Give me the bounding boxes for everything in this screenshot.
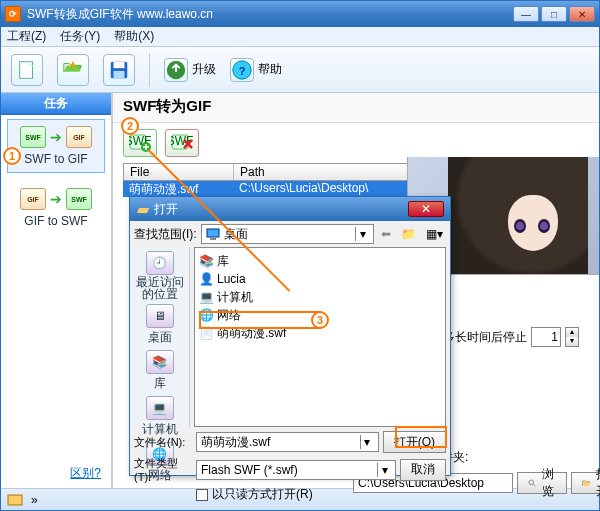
item-libs[interactable]: 📚库 bbox=[199, 252, 441, 270]
app-icon: ⟳ bbox=[5, 6, 21, 22]
lookin-label: 查找范围(I): bbox=[134, 226, 197, 243]
svg-rect-14 bbox=[207, 229, 219, 237]
swf-icon: SWF bbox=[20, 126, 46, 148]
swf-icon: SWF bbox=[66, 188, 92, 210]
svg-rect-3 bbox=[114, 70, 125, 77]
status-sep: » bbox=[31, 493, 38, 507]
gif-icon: GIF bbox=[66, 126, 92, 148]
readonly-label: 以只读方式打开(R) bbox=[212, 486, 313, 503]
nav-back-icon[interactable]: ⬅ bbox=[378, 227, 394, 241]
menu-help[interactable]: 帮助(X) bbox=[114, 28, 154, 45]
dropdown-icon: ▾ bbox=[355, 227, 369, 241]
svg-rect-15 bbox=[210, 238, 216, 240]
task-label: SWF to GIF bbox=[12, 152, 100, 166]
lookin-row: 查找范围(I): 桌面 ▾ ⬅ 📁 ▦▾ bbox=[130, 221, 450, 247]
maximize-button[interactable]: □ bbox=[541, 6, 567, 22]
filetype-combo[interactable]: Flash SWF (*.swf)▾ bbox=[196, 460, 396, 480]
titlebar: ⟳ SWF转换成GIF软件 www.leawo.cn — □ ✕ bbox=[1, 1, 599, 27]
dialog-footer: 文件名(N): 萌萌动漫.swf▾ 打开(O) 文件类型(T): Flash S… bbox=[130, 427, 450, 507]
window-title: SWF转换成GIF软件 www.leawo.cn bbox=[27, 6, 511, 23]
stop-value[interactable]: 1 bbox=[531, 327, 561, 347]
dialog-close-button[interactable]: ✕ bbox=[408, 201, 444, 217]
close-button[interactable]: ✕ bbox=[569, 6, 595, 22]
place-recent[interactable]: 🕘最近访问的位置 bbox=[130, 251, 189, 300]
help-button[interactable]: ?帮助 bbox=[230, 58, 282, 82]
help-label: 帮助 bbox=[258, 61, 282, 78]
save-button[interactable] bbox=[103, 54, 135, 86]
lookin-combo[interactable]: 桌面 ▾ bbox=[201, 224, 374, 244]
svg-rect-13 bbox=[8, 495, 22, 505]
item-lucia[interactable]: 👤Lucia bbox=[199, 270, 441, 288]
open-output-button[interactable]: 打开 bbox=[571, 472, 600, 494]
svg-rect-2 bbox=[114, 61, 125, 67]
filename-combo[interactable]: 萌萌动漫.swf▾ bbox=[196, 432, 379, 452]
file-browser: 📚库 👤Lucia 💻计算机 🌐网络 📄萌萌动漫.swf bbox=[190, 247, 450, 427]
svg-point-12 bbox=[529, 480, 534, 485]
dialog-titlebar: 打开 ✕ bbox=[130, 197, 450, 221]
arrow-icon: ➔ bbox=[50, 129, 62, 145]
task-label: GIF to SWF bbox=[12, 214, 100, 228]
remove-file-button[interactable]: SWF bbox=[165, 129, 199, 157]
browse-button[interactable]: 浏览 bbox=[517, 472, 567, 494]
places-bar: 🕘最近访问的位置 🖥桌面 📚库 💻计算机 🌐网络 bbox=[130, 247, 190, 427]
panel-title: SWF转为GIF bbox=[113, 93, 599, 123]
menubar: 工程(Z) 任务(Y) 帮助(X) bbox=[1, 27, 599, 47]
difference-link[interactable]: 区别? bbox=[70, 465, 101, 482]
spin-arrows[interactable]: ▲▼ bbox=[565, 327, 579, 347]
task-gif-to-swf[interactable]: GIF➔SWF GIF to SWF bbox=[7, 181, 105, 235]
filename-label: 文件名(N): bbox=[134, 435, 192, 450]
annotation-marker-2: 2 bbox=[121, 117, 139, 135]
dialog-title: 打开 bbox=[154, 201, 178, 218]
menu-project[interactable]: 工程(Z) bbox=[7, 28, 46, 45]
col-file[interactable]: File bbox=[124, 164, 234, 180]
menu-task[interactable]: 任务(Y) bbox=[60, 28, 100, 45]
filetype-label: 文件类型(T): bbox=[134, 456, 192, 483]
annotation-marker-1: 1 bbox=[3, 147, 21, 165]
annotation-marker-3: 3 bbox=[311, 311, 329, 329]
svg-text:?: ? bbox=[239, 64, 246, 76]
toolbar: 升级 ?帮助 bbox=[1, 47, 599, 93]
status-icon bbox=[7, 492, 23, 508]
app-window: ⟳ SWF转换成GIF软件 www.leawo.cn — □ ✕ 工程(Z) 任… bbox=[0, 0, 600, 511]
place-desktop[interactable]: 🖥桌面 bbox=[146, 304, 174, 346]
upgrade-label: 升级 bbox=[192, 61, 216, 78]
open-dialog: 打开 ✕ 查找范围(I): 桌面 ▾ ⬅ 📁 ▦▾ 🕘最近访问的位置 🖥桌面 📚… bbox=[129, 196, 451, 476]
file-name: 萌萌动漫.swf bbox=[123, 181, 233, 197]
arrow-icon: ➔ bbox=[50, 191, 62, 207]
sidebar-header: 任务 bbox=[1, 93, 111, 115]
file-list[interactable]: 📚库 👤Lucia 💻计算机 🌐网络 📄萌萌动漫.swf bbox=[194, 247, 446, 427]
item-computer[interactable]: 💻计算机 bbox=[199, 288, 441, 306]
new-button[interactable] bbox=[11, 54, 43, 86]
dialog-cancel-button[interactable]: 取消 bbox=[400, 459, 446, 481]
place-libs[interactable]: 📚库 bbox=[146, 350, 174, 392]
readonly-checkbox[interactable] bbox=[196, 489, 208, 501]
minimize-button[interactable]: — bbox=[513, 6, 539, 22]
gif-icon: GIF bbox=[20, 188, 46, 210]
open-button[interactable] bbox=[57, 54, 89, 86]
lookin-value: 桌面 bbox=[224, 226, 248, 243]
desktop-icon bbox=[206, 227, 220, 241]
view-icon[interactable]: ▦▾ bbox=[423, 227, 446, 241]
stop-label: 多长时间后停止 bbox=[443, 329, 527, 346]
dialog-open-button[interactable]: 打开(O) bbox=[383, 431, 446, 453]
nav-up-icon[interactable]: 📁 bbox=[398, 227, 419, 241]
swf-file-icon: 📄 bbox=[199, 326, 213, 340]
folder-icon bbox=[136, 202, 150, 216]
task-swf-to-gif[interactable]: SWF➔GIF SWF to GIF bbox=[7, 119, 105, 173]
upgrade-button[interactable]: 升级 bbox=[164, 58, 216, 82]
